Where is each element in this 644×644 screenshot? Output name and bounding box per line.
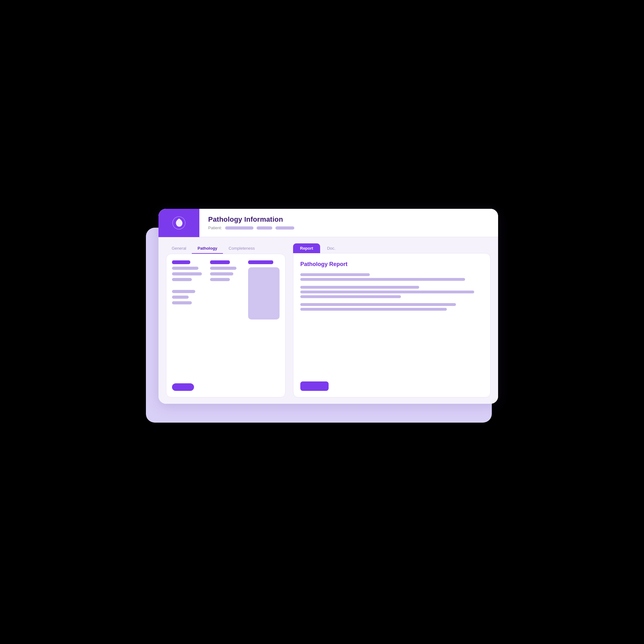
page-title: Pathology Information	[208, 215, 294, 224]
scene: Pathology Information Patient: General P…	[133, 203, 511, 441]
col-right	[210, 260, 243, 319]
left-panel: General Pathology Completeness	[166, 243, 286, 397]
report-bar-1a	[300, 273, 370, 276]
app-logo-icon	[172, 216, 186, 230]
header-bar: Pathology Information Patient:	[158, 209, 498, 237]
patient-name-pill-2	[257, 226, 272, 230]
field-label-2	[210, 260, 230, 264]
bottom-action-button[interactable]	[172, 383, 194, 391]
patient-label: Patient:	[208, 225, 222, 230]
right-tabs-row: Report Doc.	[293, 243, 491, 253]
patient-name-pill-3	[275, 226, 294, 230]
header-title-area: Pathology Information Patient:	[199, 215, 303, 230]
left-tabs-row: General Pathology Completeness	[166, 243, 286, 254]
field-label-3	[248, 260, 273, 264]
tall-placeholder-block	[248, 267, 280, 319]
logo-area	[158, 209, 199, 237]
spacer	[172, 319, 280, 379]
content-grid	[172, 260, 280, 319]
col-left	[172, 260, 205, 319]
field-val-2b	[210, 272, 233, 275]
col-far-right	[248, 260, 280, 319]
card-body: General Pathology Completeness	[158, 237, 498, 404]
field-val-1c	[172, 278, 192, 281]
field-val-1d	[172, 290, 195, 293]
report-section-1	[300, 273, 483, 281]
field-val-2a	[210, 267, 236, 270]
report-bar-2a	[300, 286, 419, 289]
report-action-button[interactable]	[300, 381, 329, 391]
report-title: Pathology Report	[300, 261, 483, 268]
right-panel-box: Pathology Report	[293, 253, 491, 397]
field-label-1	[172, 260, 190, 264]
right-panel: Report Doc. Pathology Report	[293, 243, 491, 397]
report-bar-1b	[300, 278, 465, 281]
tab-general[interactable]: General	[166, 243, 192, 254]
main-card: Pathology Information Patient: General P…	[158, 209, 498, 404]
field-val-1a	[172, 267, 198, 270]
right-spacer	[300, 316, 483, 378]
field-val-1f	[172, 301, 192, 304]
patient-row: Patient:	[208, 225, 294, 230]
tab-completeness[interactable]: Completeness	[223, 243, 260, 254]
report-bar-3b	[300, 308, 447, 311]
patient-name-pill-1	[225, 226, 253, 230]
report-section-2	[300, 286, 483, 298]
left-panel-box	[166, 254, 286, 397]
field-val-1e	[172, 296, 189, 299]
tab-report[interactable]: Report	[293, 243, 320, 253]
tab-pathology[interactable]: Pathology	[192, 243, 223, 254]
field-val-2c	[210, 278, 230, 281]
field-val-1b	[172, 272, 202, 275]
report-bar-2c	[300, 295, 401, 298]
report-section-3	[300, 303, 483, 311]
report-bar-2b	[300, 291, 474, 293]
tab-doc[interactable]: Doc.	[320, 243, 342, 253]
report-bar-3a	[300, 303, 456, 306]
